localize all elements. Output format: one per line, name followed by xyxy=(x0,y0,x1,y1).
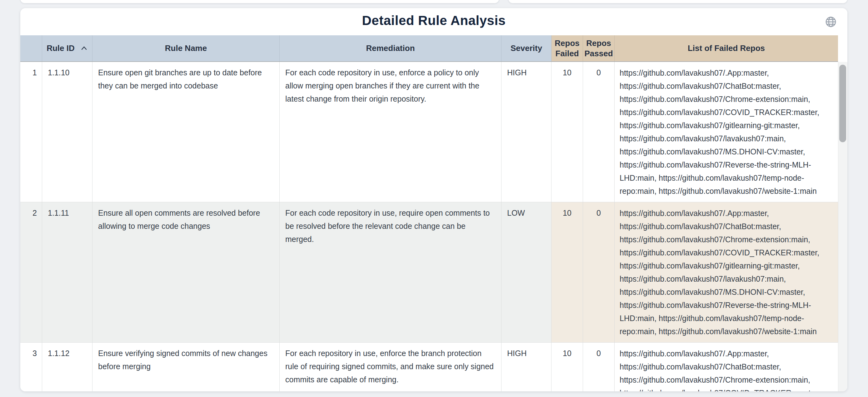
cell-repos-failed: 10 xyxy=(552,62,583,202)
globe-icon-glyph xyxy=(825,16,837,28)
cell-failed-repos-list: https://github.com/lavakush07/.App:maste… xyxy=(615,202,838,342)
cell-rule-id: 1.1.11 xyxy=(42,202,92,342)
scrollbar-thumb[interactable] xyxy=(839,65,846,142)
column-header-index xyxy=(20,35,42,61)
cell-rule-id: 1.1.10 xyxy=(42,62,92,202)
cell-rule-name: Ensure verifying signed commits of new c… xyxy=(92,342,280,391)
cell-repos-passed: 0 xyxy=(583,202,615,342)
cell-severity: HIGH xyxy=(501,342,552,391)
cell-repos-passed: 0 xyxy=(583,62,615,202)
globe-icon[interactable] xyxy=(825,16,837,28)
cell-remediation: For each code repository in use, require… xyxy=(280,202,501,342)
cell-repos-passed: 0 xyxy=(583,342,615,391)
rule-analysis-table: Rule ID Rule Name Remediation Severity R… xyxy=(20,35,838,391)
cell-repos-failed: 10 xyxy=(552,202,583,342)
card-title: Detailed Rule Analysis xyxy=(20,13,847,28)
cell-failed-repos-list: https://github.com/lavakush07/.App:maste… xyxy=(615,62,838,202)
top-card-edge-right xyxy=(508,0,847,3)
cell-row-index: 1 xyxy=(20,62,42,202)
table-row: 3 1.1.12 Ensure verifying signed commits… xyxy=(20,342,838,391)
cell-severity: LOW xyxy=(501,202,552,342)
page: { "card": { "title": "Detailed Rule Anal… xyxy=(0,0,868,397)
cell-rule-id: 1.1.12 xyxy=(42,342,92,391)
detailed-rule-analysis-card: Detailed Rule Analysis Rule ID Rule Name… xyxy=(20,8,847,391)
column-header-rule-id[interactable]: Rule ID xyxy=(42,35,92,61)
top-card-edge-left xyxy=(20,0,499,3)
cell-rule-name: Ensure open git branches are up to date … xyxy=(92,62,280,202)
column-header-severity: Severity xyxy=(501,35,552,61)
cell-row-index: 2 xyxy=(20,202,42,342)
table-row: 1 1.1.10 Ensure open git branches are up… xyxy=(20,62,838,202)
table-header-row: Rule ID Rule Name Remediation Severity R… xyxy=(20,35,838,62)
column-header-rule-name: Rule Name xyxy=(92,35,280,61)
cell-severity: HIGH xyxy=(501,62,552,202)
cell-failed-repos-list: https://github.com/lavakush07/.App:maste… xyxy=(615,342,838,391)
table-scrollbar[interactable] xyxy=(838,62,847,391)
column-header-remediation: Remediation xyxy=(280,35,501,61)
cell-remediation: For each code repository in use, enforce… xyxy=(280,62,501,202)
table-body: 1 1.1.10 Ensure open git branches are up… xyxy=(20,62,838,391)
column-header-rule-id-label: Rule ID xyxy=(46,43,75,54)
cell-remediation: For each repository in use, enforce the … xyxy=(280,342,501,391)
cell-row-index: 3 xyxy=(20,342,42,391)
table-row: 2 1.1.11 Ensure all open comments are re… xyxy=(20,202,838,342)
cell-rule-name: Ensure all open comments are resolved be… xyxy=(92,202,280,342)
sort-ascending-icon xyxy=(80,45,88,52)
column-header-failed-repos-list: List of Failed Repos xyxy=(615,35,838,61)
column-header-repos-passed: Repos Passed xyxy=(583,35,615,61)
column-header-repos-failed: Repos Failed xyxy=(552,35,583,61)
cell-repos-failed: 10 xyxy=(552,342,583,391)
